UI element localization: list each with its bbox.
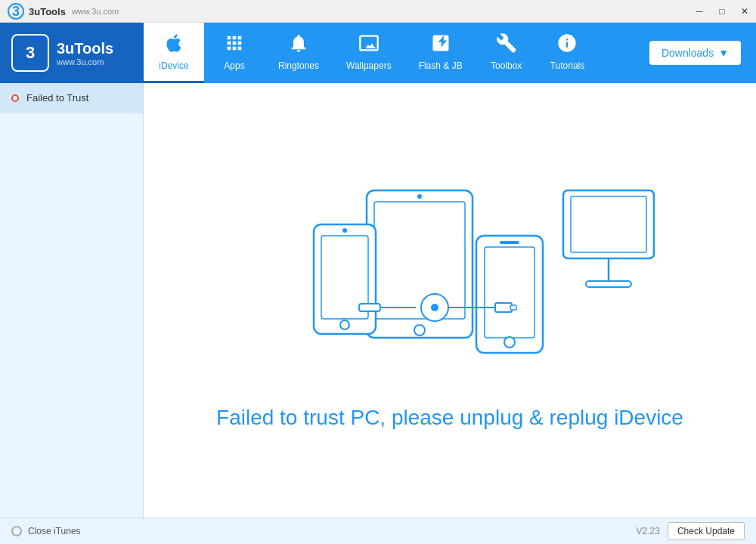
toolbox-icon — [496, 32, 517, 59]
svg-rect-11 — [500, 241, 519, 244]
svg-rect-21 — [495, 303, 512, 312]
status-left: Close iTunes — [11, 526, 81, 536]
svg-point-2 — [414, 325, 425, 335]
downloads-button[interactable]: Downloads ▼ — [649, 41, 741, 65]
logo-icon: 3 — [11, 34, 49, 72]
title-bar: 3 3uTools www.3u.com ─ □ ✕ — [0, 0, 756, 23]
app-url: www.3u.com — [72, 7, 119, 16]
logo-app-url: www.3u.com — [57, 57, 113, 66]
itunes-status-icon — [11, 526, 22, 536]
svg-point-3 — [417, 194, 422, 199]
nav-label-tutorials: Tutorials — [550, 60, 585, 71]
app-logo-icon: 3 — [8, 3, 24, 20]
status-bar: Close iTunes V2.23 Check Update — [0, 518, 756, 544]
downloads-chevron-icon: ▼ — [718, 47, 729, 59]
logo-app-name: 3uTools — [57, 40, 113, 57]
nav-item-toolbox[interactable]: Toolbox — [476, 23, 537, 83]
status-right: V2.23 Check Update — [637, 522, 745, 540]
nav-logo: 3 3uTools www.3u.com — [0, 23, 144, 83]
close-button[interactable]: ✕ — [733, 0, 756, 23]
sidebar-item-label: Failed to Trust — [26, 92, 88, 104]
nav-label-apps: Apps — [224, 60, 244, 71]
device-illustration — [238, 172, 662, 383]
sidebar-item-failed-to-trust[interactable]: Failed to Trust — [0, 83, 143, 113]
apps-icon — [224, 32, 245, 59]
nav-item-tutorials[interactable]: Tutorials — [537, 23, 599, 83]
check-update-button[interactable]: Check Update — [668, 522, 745, 540]
svg-point-6 — [340, 320, 349, 329]
window-controls: ─ □ ✕ — [688, 0, 756, 23]
bell-icon — [288, 32, 309, 59]
nav-item-apps[interactable]: Apps — [204, 23, 265, 83]
nav-label-flash-jb: Flash & JB — [419, 60, 463, 71]
main-panel: Failed to trust PC, please unplug & repl… — [144, 83, 756, 518]
logo-text: 3uTools www.3u.com — [57, 40, 113, 66]
nav-item-wallpapers[interactable]: Wallpapers — [333, 23, 405, 83]
close-itunes-label[interactable]: Close iTunes — [28, 526, 81, 536]
app-logo-area: 3 3uTools www.3u.com — [0, 0, 126, 23]
svg-rect-22 — [510, 305, 516, 310]
nav-label-wallpapers: Wallpapers — [346, 60, 392, 71]
nav-item-ringtones[interactable]: Ringtones — [265, 23, 333, 83]
tutorials-icon — [556, 32, 578, 59]
downloads-label: Downloads — [662, 47, 714, 59]
svg-rect-16 — [359, 304, 380, 311]
app-title: 3uTools — [29, 6, 66, 17]
svg-point-10 — [504, 337, 515, 348]
svg-rect-1 — [374, 202, 465, 319]
svg-point-7 — [342, 228, 347, 233]
nav-items: iDevice Apps Ringtones Wallpapers — [144, 23, 634, 83]
content-area: Failed to Trust — [0, 83, 756, 518]
svg-rect-15 — [586, 281, 631, 287]
maximize-button[interactable]: □ — [711, 0, 733, 23]
nav-item-flash-jb[interactable]: Flash & JB — [405, 23, 476, 83]
sidebar: Failed to Trust — [0, 83, 144, 518]
nav-label-toolbox: Toolbox — [491, 60, 522, 71]
nav-label-idevice: iDevice — [159, 60, 188, 71]
svg-point-19 — [431, 304, 438, 311]
svg-rect-13 — [571, 196, 646, 252]
minimize-button[interactable]: ─ — [688, 0, 711, 23]
nav-bar: 3 3uTools www.3u.com iDevice Apps Ringt — [0, 23, 756, 83]
downloads-area: Downloads ▼ — [634, 23, 756, 83]
apple-icon — [163, 32, 184, 59]
version-label: V2.23 — [637, 526, 660, 536]
wallpaper-icon — [358, 32, 380, 59]
main-message: Failed to trust PC, please unplug & repl… — [216, 406, 683, 430]
status-dot-error — [11, 94, 19, 102]
nav-item-idevice[interactable]: iDevice — [144, 23, 204, 83]
svg-rect-9 — [485, 247, 534, 338]
nav-label-ringtones: Ringtones — [278, 60, 319, 71]
flash-icon — [430, 32, 451, 59]
illustration-svg — [238, 172, 662, 383]
